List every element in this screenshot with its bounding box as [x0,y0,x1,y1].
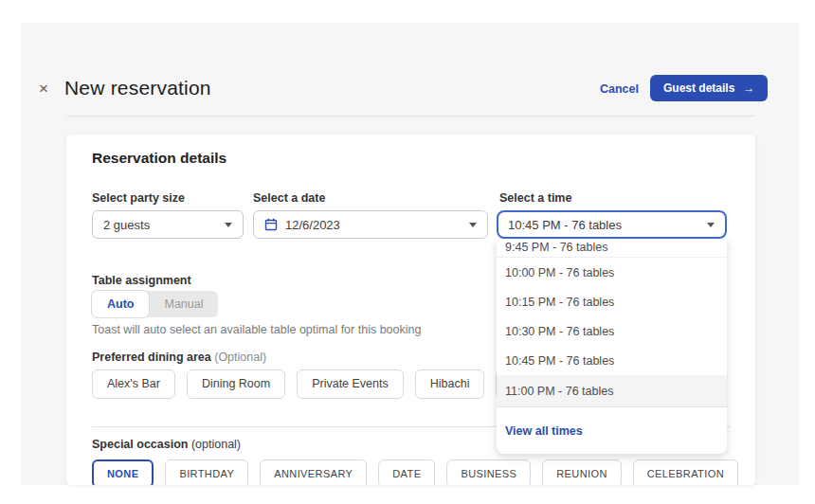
occasion-chip[interactable]: BUSINESS [446,459,531,485]
dining-area-label-text: Preferred dining area [92,351,211,364]
time-dropdown-menu: 9:45 PM - 76 tables 10:00 PM - 76 tables… [497,240,727,454]
chevron-down-icon [707,223,715,227]
toggle-manual[interactable]: Manual [149,291,218,317]
time-select[interactable]: 10:45 PM - 76 tables [497,210,727,239]
view-all-times-link[interactable]: View all times [505,424,583,438]
party-size-value: 2 guests [103,218,150,232]
time-option[interactable]: 10:30 PM - 76 tables [497,316,727,346]
time-dropdown-footer: View all times [497,407,727,454]
close-icon[interactable]: × [34,80,53,99]
dining-area-chip[interactable]: Hibachi [415,369,485,399]
calendar-icon [264,218,278,231]
date-select[interactable]: 12/6/2023 [253,210,488,239]
dining-area-optional-note: (Optional) [214,351,266,364]
guest-details-button[interactable]: Guest details → [650,75,768,101]
dining-area-label: Preferred dining area (Optional) [92,351,266,364]
party-size-label: Select party size [92,191,185,205]
chevron-down-icon [225,223,232,227]
time-option-highlighted[interactable]: 11:00 PM - 76 tables [497,375,727,407]
arrow-right-icon: → [743,81,754,95]
time-label: Select a time [499,191,571,205]
table-assignment-label: Table assignment [92,274,191,287]
occasion-label: Special occasion (optional) [92,438,241,451]
dining-area-chip[interactable]: Private Events [297,369,404,399]
chevron-down-icon [469,223,477,227]
date-value: 12/6/2023 [285,218,340,232]
page-title: New reservation [64,77,211,99]
header-divider [66,116,754,117]
occasion-chip-none[interactable]: NONE [92,459,154,485]
guest-details-label: Guest details [663,81,734,95]
occasion-options: NONE BIRTHDAY ANNIVERSARY DATE BUSINESS … [92,459,738,485]
dining-area-chip[interactable]: Dining Room [187,369,285,399]
section-title: Reservation details [92,150,226,167]
time-option[interactable]: 10:15 PM - 76 tables [497,287,727,316]
occasion-chip[interactable]: REUNION [542,459,622,485]
occasion-optional-note: (optional) [191,438,241,451]
occasion-chip[interactable]: ANNIVERSARY [260,459,367,485]
party-size-select[interactable]: 2 guests [92,210,244,239]
occasion-label-text: Special occasion [92,438,188,451]
occasion-chip[interactable]: DATE [378,459,435,485]
cancel-button[interactable]: Cancel [600,82,639,96]
time-value: 10:45 PM - 76 tables [508,218,622,232]
time-option[interactable]: 10:00 PM - 76 tables [497,258,727,287]
time-option[interactable]: 9:45 PM - 76 tables [497,240,727,258]
dining-area-chip[interactable]: Alex's Bar [92,369,175,399]
table-assignment-toggle: Auto Manual [92,291,218,317]
new-reservation-modal: × New reservation Cancel Guest details →… [0,0,815,504]
toggle-auto[interactable]: Auto [92,291,149,317]
occasion-chip[interactable]: BIRTHDAY [165,459,248,485]
time-option[interactable]: 10:45 PM - 76 tables [497,346,727,375]
occasion-chip[interactable]: CELEBRATION [633,459,738,485]
date-label: Select a date [253,191,325,205]
table-assignment-helper-text: Toast will auto select an available tabl… [92,323,421,336]
